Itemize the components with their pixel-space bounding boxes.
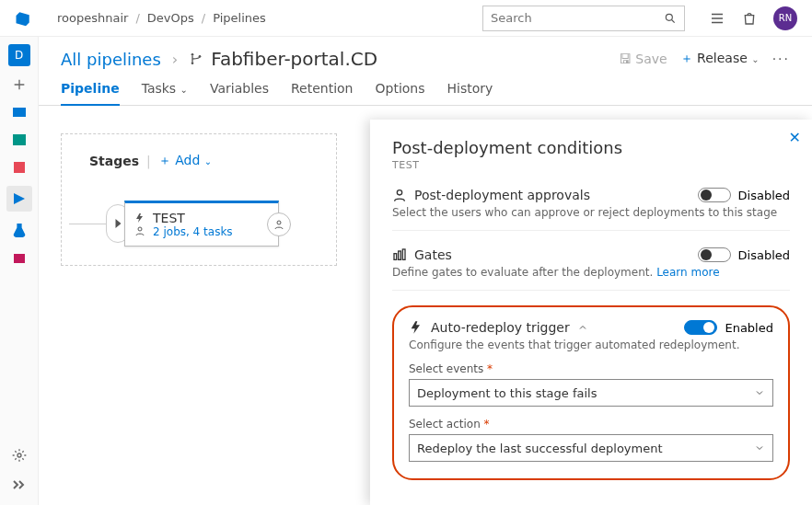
add-icon[interactable]: [10, 75, 29, 94]
panel-subtitle: TEST: [392, 159, 790, 171]
avatar[interactable]: RN: [773, 6, 797, 30]
user-icon: [392, 188, 407, 202]
trigger-icon: [134, 212, 145, 224]
approvals-desc: Select the users who can approve or reje…: [392, 206, 790, 219]
svg-rect-12: [394, 254, 397, 260]
chevron-right-icon: ›: [172, 51, 178, 68]
redeploy-icon: [409, 320, 423, 335]
settings-icon[interactable]: [10, 446, 29, 465]
more-icon[interactable]: ···: [772, 52, 790, 66]
close-icon[interactable]: ✕: [789, 129, 801, 146]
tab-variables[interactable]: Variables: [210, 74, 269, 105]
breadcrumb-item[interactable]: roopeshnair: [57, 11, 128, 25]
svg-line-1: [672, 19, 675, 22]
svg-rect-2: [13, 108, 26, 117]
artifacts-icon[interactable]: [10, 248, 29, 267]
svg-point-10: [277, 221, 281, 224]
gates-toggle[interactable]: [698, 247, 731, 262]
panel-title: Post-deployment conditions: [392, 138, 790, 157]
search-icon: [664, 12, 677, 25]
select-action-dropdown[interactable]: Redeploy the last successful deployment: [409, 434, 773, 462]
release-button[interactable]: ＋ Release ⌄: [680, 51, 760, 67]
expand-icon[interactable]: [10, 476, 29, 494]
tab-pipeline[interactable]: Pipeline: [61, 74, 120, 105]
tab-options[interactable]: Options: [376, 74, 425, 105]
svg-point-5: [17, 453, 21, 457]
gates-desc: Define gates to evaluate after the deplo…: [392, 266, 790, 279]
svg-point-9: [138, 227, 142, 231]
chevron-up-icon[interactable]: [577, 322, 588, 333]
svg-rect-3: [13, 134, 26, 145]
auto-redeploy-toggle[interactable]: [684, 320, 717, 335]
pipelines-icon[interactable]: [6, 186, 32, 212]
gates-title: Gates: [414, 247, 452, 262]
branch-icon: [189, 52, 203, 66]
post-deployment-panel: ✕ Post-deployment conditions TEST Post-d…: [370, 120, 812, 505]
approvals-toggle[interactable]: [698, 188, 731, 202]
approvals-state: Disabled: [738, 189, 790, 202]
gates-icon: [392, 247, 407, 262]
chevron-down-icon: [754, 442, 765, 453]
breadcrumb: roopeshnair / DevOps / Pipelines: [57, 11, 266, 25]
breadcrumb-item[interactable]: Pipelines: [213, 11, 266, 25]
stage-summary-link[interactable]: 2 jobs, 4 tasks: [153, 225, 233, 238]
auto-redeploy-state: Enabled: [725, 321, 773, 335]
gates-state: Disabled: [738, 248, 790, 262]
user-icon: [134, 225, 145, 236]
boards-icon[interactable]: [10, 131, 29, 149]
svg-point-11: [397, 190, 401, 195]
chevron-down-icon: [754, 387, 765, 398]
shopping-bag-icon[interactable]: [742, 11, 757, 26]
list-icon[interactable]: [709, 10, 725, 27]
select-events-label: Select events *: [409, 362, 773, 375]
all-pipelines-link[interactable]: All pipelines: [61, 50, 161, 69]
breadcrumb-item[interactable]: DevOps: [147, 11, 194, 25]
project-icon[interactable]: D: [8, 44, 30, 66]
select-action-label: Select action *: [409, 418, 773, 430]
stages-header: Stages | ＋ Add ⌄: [89, 153, 308, 169]
learn-more-link[interactable]: Learn more: [656, 266, 719, 279]
repos-icon[interactable]: [10, 158, 29, 177]
pipeline-tabs: Pipeline Tasks ⌄ Variables Retention Opt…: [39, 74, 812, 106]
left-nav-rail: D: [0, 37, 39, 505]
svg-point-6: [191, 53, 194, 56]
save-button[interactable]: 🖫 Save: [619, 52, 667, 66]
svg-point-7: [191, 62, 194, 64]
azure-devops-icon[interactable]: [15, 10, 31, 27]
post-deployment-conditions-button[interactable]: [267, 212, 291, 236]
svg-rect-13: [399, 251, 401, 259]
stage-card[interactable]: TEST 2 jobs, 4 tasks: [124, 201, 279, 247]
tab-history[interactable]: History: [447, 74, 493, 105]
test-plans-icon[interactable]: [10, 221, 29, 239]
stage-name: TEST: [153, 211, 233, 225]
svg-rect-4: [14, 254, 25, 263]
approvals-title: Post-deployment approvals: [414, 188, 590, 202]
tab-retention[interactable]: Retention: [291, 74, 354, 105]
svg-point-0: [666, 14, 672, 20]
auto-redeploy-desc: Configure the events that trigger automa…: [409, 339, 773, 351]
svg-rect-14: [402, 249, 405, 259]
overview-icon[interactable]: [10, 103, 29, 121]
add-stage-button[interactable]: ＋ Add ⌄: [158, 153, 212, 169]
search-input[interactable]: [482, 6, 685, 31]
page-title: Fabfiber-portal.CD: [189, 48, 377, 70]
auto-redeploy-title: Auto-redeploy trigger: [431, 320, 570, 335]
select-events-dropdown[interactable]: Deployment to this stage fails: [409, 379, 773, 407]
tab-tasks[interactable]: Tasks ⌄: [142, 74, 188, 105]
